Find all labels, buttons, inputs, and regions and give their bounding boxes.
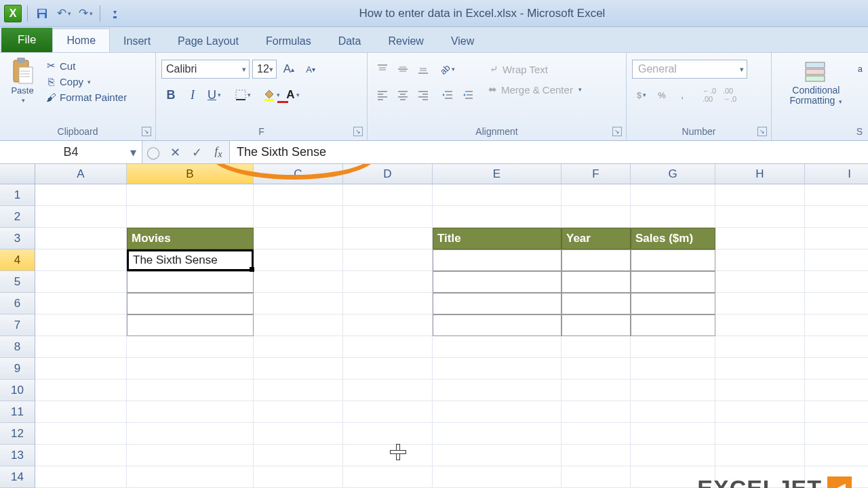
format-painter-button[interactable]: 🖌Format Painter — [42, 90, 130, 104]
enter-icon[interactable]: ✓ — [186, 141, 208, 164]
customize-qat-icon[interactable]: ▾ — [106, 5, 123, 22]
row-header[interactable]: 12 — [0, 423, 35, 445]
decrease-indent-icon[interactable] — [438, 85, 457, 104]
comma-icon[interactable]: , — [673, 85, 692, 104]
italic-button[interactable]: I — [183, 85, 202, 104]
column-header[interactable]: D — [343, 164, 433, 184]
column-header[interactable]: G — [631, 164, 715, 184]
cell[interactable] — [561, 271, 631, 293]
number-format-select[interactable]: General — [632, 60, 747, 79]
tab-review[interactable]: Review — [374, 30, 437, 52]
cell[interactable] — [631, 249, 715, 271]
align-middle-icon[interactable] — [393, 60, 412, 79]
borders-button[interactable]: ▾ — [233, 85, 252, 104]
alignment-dialog-launcher[interactable]: ↘ — [612, 127, 622, 136]
cell[interactable] — [433, 314, 561, 336]
undo-icon[interactable]: ↶▾ — [55, 5, 73, 22]
merge-center-button[interactable]: ⬌Merge & Center▾ — [484, 81, 586, 98]
column-header[interactable]: B — [127, 164, 254, 184]
row-header[interactable]: 13 — [0, 445, 35, 466]
cut-button[interactable]: ✂Cut — [42, 58, 130, 73]
align-bottom-icon[interactable] — [414, 60, 433, 79]
cell[interactable] — [127, 293, 254, 314]
styles-more: a — [858, 57, 863, 74]
increase-font-icon[interactable]: A▴ — [279, 60, 298, 79]
column-header[interactable]: E — [433, 164, 561, 184]
save-icon[interactable] — [33, 5, 51, 22]
row-header[interactable]: 8 — [0, 336, 35, 358]
tab-view[interactable]: View — [437, 30, 488, 52]
row-header[interactable]: 6 — [0, 293, 35, 314]
cell[interactable]: Sales ($m) — [631, 228, 715, 249]
align-top-icon[interactable] — [373, 60, 392, 79]
cancel-icon[interactable]: ✕ — [164, 141, 186, 164]
cell[interactable] — [631, 271, 715, 293]
row-header[interactable]: 7 — [0, 314, 35, 336]
wrap-text-button[interactable]: ⤶Wrap Text — [484, 61, 586, 77]
column-header[interactable]: C — [254, 164, 343, 184]
name-box[interactable]: B4 — [0, 141, 142, 163]
column-header[interactable]: A — [35, 164, 127, 184]
formula-circle-icon[interactable]: ◯ — [142, 141, 164, 164]
font-size-select[interactable]: 12 — [252, 60, 277, 79]
cell[interactable] — [561, 314, 631, 336]
cell[interactable]: Title — [433, 228, 561, 249]
cell[interactable] — [433, 293, 561, 314]
column-header[interactable]: I — [805, 164, 868, 184]
cell[interactable]: Movies — [127, 228, 254, 249]
orientation-icon[interactable]: ab▾ — [438, 60, 457, 79]
fx-icon[interactable]: fx — [208, 141, 229, 164]
align-right-icon[interactable] — [414, 85, 433, 104]
increase-decimal-icon[interactable]: ←.0.00 — [700, 85, 719, 104]
align-left-icon[interactable] — [373, 85, 392, 104]
increase-indent-icon[interactable] — [458, 85, 477, 104]
cell[interactable] — [127, 314, 254, 336]
underline-button[interactable]: U▾ — [205, 85, 224, 104]
copy-button[interactable]: ⎘Copy▾ — [42, 75, 130, 89]
row-header[interactable]: 5 — [0, 271, 35, 293]
tab-file[interactable]: File — [1, 28, 52, 52]
align-center-icon[interactable] — [393, 85, 412, 104]
redo-icon[interactable]: ↷▾ — [77, 5, 94, 22]
column-header[interactable]: H — [715, 164, 805, 184]
cell[interactable] — [127, 271, 254, 293]
tab-page-layout[interactable]: Page Layout — [164, 30, 252, 52]
currency-icon[interactable]: $▾ — [632, 85, 651, 104]
formula-input[interactable]: The Sixth Sense — [230, 141, 868, 163]
cell[interactable] — [631, 314, 715, 336]
column-header[interactable]: F — [561, 164, 631, 184]
font-color-button[interactable]: A▾ — [283, 85, 302, 104]
watermark-arrow-icon: ◀ — [827, 476, 852, 489]
cell[interactable] — [433, 249, 561, 271]
font-name-select[interactable]: Calibri — [161, 60, 250, 79]
row-header[interactable]: 2 — [0, 206, 35, 228]
select-all-corner[interactable] — [0, 164, 35, 184]
tab-data[interactable]: Data — [325, 30, 375, 52]
decrease-decimal-icon[interactable]: .00→.0 — [720, 85, 739, 104]
number-dialog-launcher[interactable]: ↘ — [757, 127, 767, 136]
cell[interactable] — [561, 293, 631, 314]
cell[interactable] — [561, 249, 631, 271]
tab-home[interactable]: Home — [52, 28, 110, 52]
row-header[interactable]: 4 — [0, 249, 35, 271]
cell[interactable] — [631, 293, 715, 314]
clipboard-dialog-launcher[interactable]: ↘ — [142, 127, 151, 136]
row-header[interactable]: 14 — [0, 466, 35, 488]
percent-icon[interactable]: % — [652, 85, 671, 104]
row-header[interactable]: 11 — [0, 401, 35, 423]
font-dialog-launcher[interactable]: ↘ — [353, 127, 363, 136]
decrease-font-icon[interactable]: A▾ — [301, 60, 320, 79]
cell[interactable] — [433, 271, 561, 293]
row-header[interactable]: 9 — [0, 358, 35, 380]
tab-formulas[interactable]: Formulas — [252, 30, 325, 52]
row-header[interactable]: 1 — [0, 184, 35, 206]
cell[interactable]: Year — [561, 228, 631, 249]
spreadsheet-grid[interactable]: ABCDEFGHI 1234567891011121314 MoviesThe … — [0, 164, 868, 488]
conditional-formatting-button[interactable]: Conditional Formatting ▾ — [777, 57, 855, 108]
paste-button[interactable]: Paste ▾ — [5, 57, 39, 105]
cell[interactable]: The Sixth Sense — [127, 249, 254, 271]
row-header[interactable]: 10 — [0, 380, 35, 401]
bold-button[interactable]: B — [161, 85, 180, 104]
tab-insert[interactable]: Insert — [110, 30, 164, 52]
row-header[interactable]: 3 — [0, 228, 35, 249]
